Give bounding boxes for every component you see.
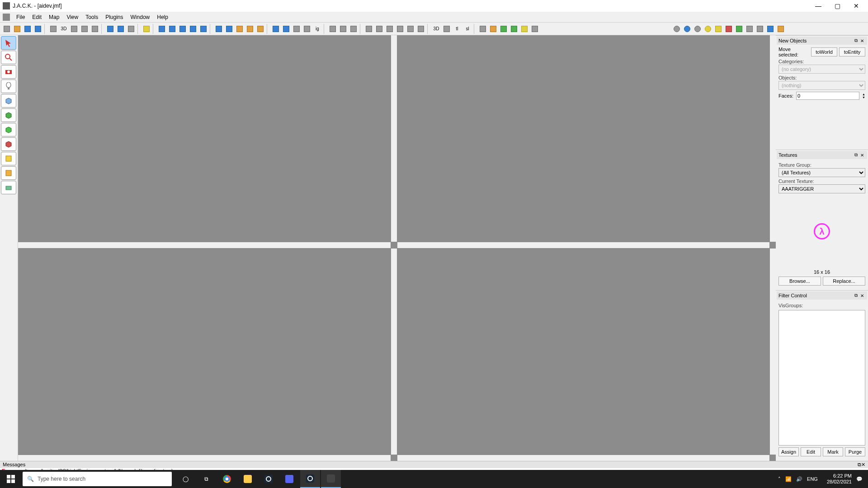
system-tray[interactable]: ˄ 📶 🔊 ENG 6:22 PM 28/02/2021 💬	[773, 473, 868, 485]
tray-chevron-icon[interactable]: ˄	[778, 476, 781, 482]
task-taskview[interactable]: ⧉	[196, 470, 216, 488]
tb-cord-icon[interactable]	[364, 24, 374, 34]
tb-snap3-icon[interactable]	[395, 24, 405, 34]
tb-hide-icon[interactable]	[292, 24, 302, 34]
tb-align-2-icon[interactable]	[188, 24, 198, 34]
task-explorer[interactable]	[238, 470, 258, 488]
tb-align-1-icon[interactable]	[178, 24, 188, 34]
panel-filter-undock-icon[interactable]: ⧉	[853, 292, 859, 299]
tool-path[interactable]	[1, 181, 16, 194]
tb-sl-icon[interactable]: sl	[462, 24, 472, 34]
tb-model-icon[interactable]	[519, 24, 529, 34]
viewport-top-vscroll[interactable]	[770, 35, 776, 242]
tb-view1-icon[interactable]	[442, 24, 452, 34]
texture-group-select[interactable]: (All Textures)	[778, 168, 865, 177]
tb-r-a-icon[interactable]	[724, 24, 734, 34]
tb-group-icon[interactable]	[271, 24, 281, 34]
tb-sel-orange2-icon[interactable]	[245, 24, 255, 34]
task-discord[interactable]	[279, 470, 299, 488]
mark-button[interactable]: Mark	[823, 447, 843, 456]
tb-3d2-icon[interactable]: 3D	[431, 24, 441, 34]
tb-lock-icon[interactable]	[478, 24, 488, 34]
tb-ig-icon[interactable]: ig	[312, 24, 322, 34]
task-steam[interactable]	[259, 470, 278, 488]
current-texture-select[interactable]: AAATRIGGER	[778, 184, 865, 193]
tool-apply[interactable]	[1, 123, 16, 136]
panel-close-icon[interactable]: ✕	[859, 38, 865, 44]
tb-grid-2-icon[interactable]	[90, 24, 100, 34]
close-button[interactable]: ✕	[847, 1, 865, 11]
tool-clip[interactable]	[1, 152, 16, 165]
tb-r-c-icon[interactable]	[745, 24, 755, 34]
tb-rmode1-icon[interactable]	[672, 24, 682, 34]
tb-r-e-icon[interactable]	[765, 24, 775, 34]
tb-new-icon[interactable]	[2, 24, 12, 34]
tb-sel-blue2-icon[interactable]	[224, 24, 234, 34]
tb-entity-icon[interactable]	[499, 24, 509, 34]
tb-flip-h-icon[interactable]	[157, 24, 167, 34]
tool-entity[interactable]	[1, 80, 16, 93]
tray-lang[interactable]: ENG	[807, 476, 818, 482]
tb-undo-icon[interactable]	[105, 24, 115, 34]
tb-sel-blue-icon[interactable]	[214, 24, 224, 34]
tb-r-b-icon[interactable]	[734, 24, 744, 34]
objects-select[interactable]: (nothing)	[778, 81, 865, 90]
tb-snap4-icon[interactable]	[406, 24, 415, 34]
tb-light-icon[interactable]	[713, 24, 723, 34]
tb-snap2-icon[interactable]	[385, 24, 395, 34]
panel-textures-close-icon[interactable]: ✕	[859, 152, 865, 158]
tb-3d-icon[interactable]: 3D	[59, 24, 69, 34]
to-world-button[interactable]: toWorld	[811, 47, 837, 56]
tool-vertex[interactable]	[1, 166, 16, 180]
viewport-front-hscroll[interactable]	[397, 455, 770, 461]
tb-snap1-icon[interactable]	[374, 24, 384, 34]
task-cortana[interactable]: ◯	[175, 470, 195, 488]
tray-wifi-icon[interactable]: 📶	[785, 476, 792, 482]
panel-filter-close-icon[interactable]: ✕	[859, 292, 865, 299]
tb-tl-icon[interactable]: tl	[452, 24, 462, 34]
tb-ungroup-icon[interactable]	[281, 24, 291, 34]
menu-edit[interactable]: Edit	[28, 13, 45, 22]
tool-camera[interactable]	[1, 65, 16, 79]
purge-button[interactable]: Purge	[845, 447, 865, 456]
tb-texture-icon[interactable]	[488, 24, 498, 34]
faces-input[interactable]	[796, 92, 859, 100]
tb-rmode4-icon[interactable]	[703, 24, 713, 34]
replace-button[interactable]: Replace...	[823, 277, 865, 286]
tb-rmode3-icon[interactable]	[693, 24, 703, 34]
maximize-button[interactable]: ▢	[828, 1, 846, 11]
menu-plugins[interactable]: Plugins	[102, 13, 127, 22]
tb-path-icon[interactable]	[509, 24, 519, 34]
tray-sound-icon[interactable]: 🔊	[796, 476, 802, 482]
tb-grid-bigger-icon[interactable]	[80, 24, 90, 34]
tb-save-all-icon[interactable]	[33, 24, 43, 34]
assign-button[interactable]: Assign	[778, 447, 799, 456]
task-chrome[interactable]	[217, 470, 237, 488]
browse-button[interactable]: Browse...	[778, 277, 821, 286]
tb-grid-smaller-icon[interactable]	[69, 24, 79, 34]
tb-r-d-icon[interactable]	[755, 24, 765, 34]
panel-undock-icon[interactable]: ⧉	[853, 38, 859, 44]
tb-sel-orange3-icon[interactable]	[255, 24, 265, 34]
viewport-camera-hscroll[interactable]	[18, 242, 391, 248]
task-steam2[interactable]	[300, 470, 320, 488]
task-jack[interactable]	[321, 470, 341, 488]
tb-show-icon[interactable]	[302, 24, 312, 34]
tray-notifications-icon[interactable]: 💬	[856, 476, 863, 482]
menu-file[interactable]: File	[13, 13, 28, 22]
viewport-side-vscroll[interactable]	[391, 249, 397, 455]
tool-block[interactable]	[1, 94, 16, 108]
tb-save-icon[interactable]	[23, 24, 33, 34]
menu-view[interactable]: View	[63, 13, 82, 22]
visgroups-list[interactable]	[778, 310, 865, 446]
tb-snap5-icon[interactable]	[416, 24, 426, 34]
tb-carve-icon[interactable]	[142, 24, 151, 34]
categories-select[interactable]: (no category)	[778, 65, 865, 74]
tb-grid-toggle-icon[interactable]	[48, 24, 58, 34]
tray-clock[interactable]: 6:22 PM 28/02/2021	[827, 473, 852, 485]
tb-r-f-icon[interactable]	[776, 24, 786, 34]
tool-magnify[interactable]	[1, 51, 16, 64]
tb-flip-v-icon[interactable]	[167, 24, 177, 34]
messages-close-icon[interactable]: ✕	[861, 462, 865, 468]
tb-run-icon[interactable]	[530, 24, 540, 34]
